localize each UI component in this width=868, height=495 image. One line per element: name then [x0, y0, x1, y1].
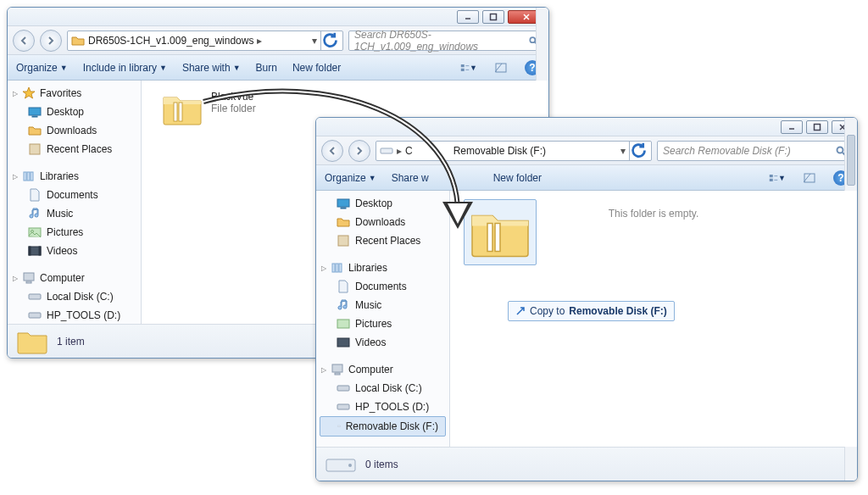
- sidebar-item-documents[interactable]: Documents: [8, 186, 141, 204]
- collapse-icon: ▷: [321, 264, 326, 272]
- chevron-down-icon[interactable]: ▾: [620, 145, 626, 157]
- maximize-button[interactable]: [806, 120, 828, 134]
- organize-button[interactable]: Organize▼: [325, 172, 376, 184]
- path-segment[interactable]: DR650S-1CH_v1.009_eng_windows: [88, 35, 253, 47]
- copy-arrow-icon: [515, 306, 526, 316]
- svg-rect-38: [770, 178, 773, 181]
- sidebar-item-hptools[interactable]: HP_TOOLS (D:): [316, 398, 449, 416]
- file-item[interactable]: BlackVue File folder: [162, 91, 256, 126]
- svg-point-4: [530, 37, 535, 42]
- sidebar-item-music[interactable]: Music: [316, 296, 449, 314]
- folder-icon: [71, 34, 85, 47]
- documents-icon: [28, 188, 42, 202]
- preview-pane-button[interactable]: [801, 170, 818, 186]
- svg-rect-46: [332, 264, 335, 272]
- svg-rect-51: [332, 364, 342, 372]
- sidebar-item-desktop[interactable]: Desktop: [316, 194, 449, 213]
- sidebar-item-videos[interactable]: Videos: [316, 333, 449, 352]
- sidebar-item-localc[interactable]: Local Disk (C:): [8, 287, 141, 306]
- videos-icon: [337, 336, 350, 349]
- share-with-button[interactable]: Share with▼: [182, 62, 241, 74]
- refresh-button[interactable]: [629, 142, 648, 160]
- path-segment[interactable]: C: [405, 145, 413, 157]
- desktop-icon: [28, 105, 42, 119]
- search-placeholder: Search DR650S-1CH_v1.009_eng_windows: [354, 29, 529, 53]
- svg-point-59: [348, 464, 352, 467]
- music-icon: [28, 207, 42, 220]
- chevron-down-icon[interactable]: ▾: [312, 35, 317, 47]
- drive-icon: [337, 420, 341, 433]
- minimize-button[interactable]: [781, 120, 803, 134]
- breadcrumb[interactable]: ▸ C Removable Disk (F:) ▾: [376, 141, 652, 161]
- minimize-button[interactable]: [457, 10, 479, 24]
- path-segment[interactable]: Removable Disk (F:): [453, 145, 546, 157]
- back-button[interactable]: [321, 140, 343, 162]
- drag-ghost: [464, 199, 537, 265]
- collapse-icon: ▷: [13, 173, 18, 181]
- sidebar-item-localc[interactable]: Local Disk (C:): [316, 379, 449, 398]
- sidebar-item-hptools[interactable]: HP_TOOLS (D:): [8, 306, 141, 324]
- breadcrumb[interactable]: DR650S-1CH_v1.009_eng_windows ▸ ▾: [67, 31, 343, 51]
- sidebar-item-downloads[interactable]: Downloads: [8, 121, 141, 140]
- svg-rect-57: [495, 224, 500, 252]
- view-options-button[interactable]: ▼: [460, 59, 477, 76]
- recent-icon: [337, 234, 350, 248]
- sidebar-item-documents[interactable]: Documents: [316, 277, 449, 296]
- sidebar-item-desktop[interactable]: Desktop: [8, 103, 141, 121]
- videos-icon: [28, 244, 42, 258]
- sidebar-item-pictures[interactable]: Pictures: [8, 223, 141, 242]
- maximize-button[interactable]: [482, 10, 504, 24]
- refresh-button[interactable]: [320, 31, 339, 50]
- svg-rect-37: [770, 175, 773, 177]
- forward-button[interactable]: [40, 30, 62, 52]
- svg-rect-48: [339, 264, 342, 272]
- titlebar[interactable]: [316, 118, 857, 136]
- sidebar-item-recent[interactable]: Recent Places: [316, 231, 449, 250]
- new-folder-button[interactable]: New folder: [493, 172, 542, 184]
- sidebar-item-music[interactable]: Music: [8, 204, 141, 223]
- preview-pane-button[interactable]: [492, 59, 509, 76]
- burn-button[interactable]: Burn: [256, 62, 277, 74]
- computer-header[interactable]: ▷Computer: [8, 269, 141, 287]
- sidebar-item-recent[interactable]: Recent Places: [8, 140, 141, 159]
- toolbar: Organize▼ Include in library▼ Share with…: [8, 55, 548, 81]
- sidebar-item-downloads[interactable]: Downloads: [316, 213, 449, 231]
- include-library-button[interactable]: Include in library▼: [83, 62, 167, 74]
- svg-rect-54: [337, 404, 349, 409]
- computer-icon: [331, 363, 344, 376]
- computer-icon: [22, 271, 36, 285]
- share-with-button[interactable]: Share w: [392, 172, 429, 184]
- item-count: 0 items: [365, 459, 398, 470]
- folder-icon: [16, 328, 48, 355]
- svg-rect-16: [24, 172, 26, 181]
- svg-rect-47: [336, 264, 338, 272]
- svg-point-35: [837, 147, 843, 153]
- organize-button[interactable]: Organize▼: [16, 62, 68, 74]
- sidebar-item-videos[interactable]: Videos: [8, 242, 141, 260]
- svg-rect-24: [24, 273, 34, 281]
- view-options-button[interactable]: ▼: [769, 170, 786, 186]
- content-pane[interactable]: This folder is empty. Copy to Removable …: [450, 191, 857, 447]
- star-icon: [22, 86, 36, 100]
- copy-tooltip-target: Removable Disk (F:): [569, 305, 666, 317]
- nav-pane: ▷Favorites Desktop Downloads Recent Plac…: [8, 81, 142, 324]
- search-input[interactable]: Search Removable Disk (F:): [657, 141, 852, 161]
- favorites-header[interactable]: ▷Favorites: [8, 84, 141, 103]
- sidebar-item-removable[interactable]: Removable Disk (F:): [320, 416, 446, 437]
- computer-header[interactable]: ▷Computer: [316, 360, 449, 379]
- svg-rect-6: [461, 64, 465, 67]
- new-folder-button[interactable]: New folder: [292, 62, 341, 74]
- forward-button[interactable]: [348, 140, 370, 162]
- toolbar: Organize▼ Share w New folder ▼ ?: [316, 165, 857, 191]
- libraries-header[interactable]: ▷Libraries: [8, 167, 141, 186]
- libraries-header[interactable]: ▷Libraries: [316, 259, 449, 277]
- sidebar-item-pictures[interactable]: Pictures: [316, 314, 449, 333]
- svg-rect-1: [491, 14, 497, 19]
- back-button[interactable]: [13, 30, 35, 52]
- search-input[interactable]: Search DR650S-1CH_v1.009_eng_windows: [348, 31, 543, 51]
- titlebar[interactable]: [8, 8, 548, 26]
- pictures-icon: [337, 317, 350, 331]
- svg-rect-13: [29, 108, 41, 115]
- chevron-right-icon: ▸: [257, 35, 262, 47]
- svg-rect-55: [337, 425, 340, 426]
